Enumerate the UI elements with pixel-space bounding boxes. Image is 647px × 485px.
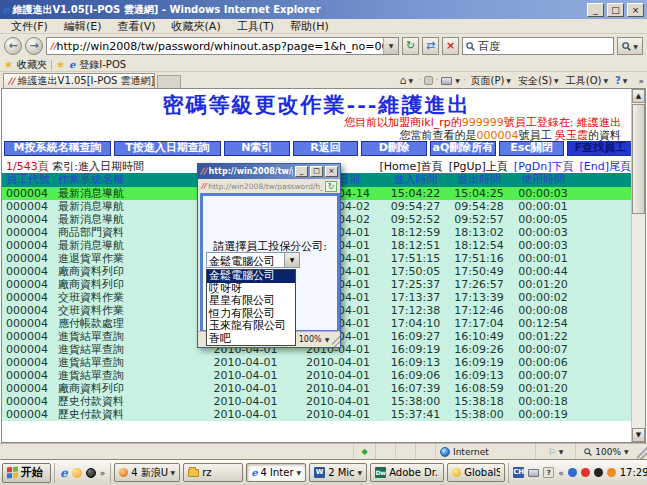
quicklaunch-uc-icon[interactable] xyxy=(72,468,82,478)
taskbar-button[interactable]: DwAdobe Dr... xyxy=(370,463,444,482)
taskbar-button[interactable]: GlobalSC... xyxy=(447,463,505,482)
table-cell: 17:26:57 xyxy=(448,278,510,291)
function-button[interactable]: F查找員工 xyxy=(567,141,633,156)
function-button[interactable]: R返回 xyxy=(293,141,359,156)
help-menu[interactable]: ?▼ xyxy=(613,75,629,86)
feeds-icon[interactable] xyxy=(424,76,433,85)
add-favorite-icon[interactable]: ★ xyxy=(56,60,65,70)
taskbar-button[interactable]: e4 Intern...▼ xyxy=(246,463,306,482)
refresh-button[interactable]: ↻ xyxy=(402,37,419,55)
function-button[interactable]: D刪除 xyxy=(361,141,427,156)
search-box[interactable]: 百度 xyxy=(462,37,614,55)
protected-mode-cell[interactable]: ⚐▼ xyxy=(535,444,575,459)
quicklaunch-ie-icon[interactable]: e xyxy=(60,468,68,478)
minimize-button[interactable]: _ xyxy=(587,3,604,17)
dropdown-option[interactable]: 恒力有限公司 xyxy=(207,308,295,321)
popup-minimize-button[interactable]: _ xyxy=(295,166,308,177)
tray-help-icon[interactable]: ? xyxy=(543,467,554,478)
zoom-control[interactable]: 100%▼ xyxy=(575,444,637,459)
language-indicator[interactable]: CH xyxy=(513,467,524,478)
taskbar-button[interactable]: 4 新浪UC▼ xyxy=(114,463,180,482)
table-row[interactable]: 000004廠商資料列印2010-04-012010-04-0116:07:39… xyxy=(2,382,633,395)
forward-button[interactable]: → xyxy=(25,37,43,55)
popup-maximize-button[interactable]: □ xyxy=(310,166,323,177)
row-filler xyxy=(576,252,633,265)
dropdown-option[interactable]: 金鬆電腦公司 xyxy=(207,270,295,283)
table-row[interactable]: 000004進貨結單查詢2010-04-012010-04-0116:09:13… xyxy=(2,356,633,369)
address-dropdown-icon[interactable]: ▼ xyxy=(383,38,398,54)
close-button[interactable]: × xyxy=(627,3,644,17)
pagination-link[interactable]: [Home]首頁 xyxy=(380,160,443,173)
home-button[interactable]: ⌂▼ xyxy=(398,74,416,87)
popup-close-button[interactable]: × xyxy=(325,166,338,177)
popup-titlebar[interactable]: // http://win2008/tw/password/h_no2.as..… xyxy=(198,164,340,179)
tray-chevron-icon[interactable]: « xyxy=(558,468,564,478)
quicklaunch-qq-icon[interactable] xyxy=(86,468,96,478)
start-button[interactable]: 开始 xyxy=(2,463,51,483)
command-bar: ⌂▼ · · ▼ · 页面(P)▼ 安全(S)▼ 工具(O)▼ ?▼ » xyxy=(398,73,647,88)
menu-item[interactable]: 編輯(E) xyxy=(56,19,110,34)
function-button[interactable]: N索引 xyxy=(224,141,290,156)
print-button[interactable] xyxy=(441,77,452,85)
function-button[interactable]: aQ刪除所有 xyxy=(430,141,496,156)
dropdown-option[interactable]: 星皇有限公司 xyxy=(207,295,295,308)
tray-printer-icon[interactable] xyxy=(528,469,539,477)
function-button[interactable]: M按系統名稱查詢 xyxy=(4,141,111,156)
dropdown-option[interactable]: 玉來龍有限公司 xyxy=(207,320,295,333)
function-button[interactable]: T按進入日期查詢 xyxy=(114,141,221,156)
pagination-link[interactable]: [PgUp]上頁 xyxy=(449,160,508,173)
safety-menu[interactable]: 安全(S)▼ xyxy=(516,74,561,88)
table-cell: 000004 xyxy=(2,278,58,291)
menu-item[interactable]: 帮助(H) xyxy=(282,19,337,34)
menu-item[interactable]: 工具(T) xyxy=(229,19,282,34)
tray-msn-icon[interactable] xyxy=(568,468,577,477)
pagination-link[interactable]: [End]尾頁 xyxy=(580,160,632,173)
scrollbar-thumb[interactable] xyxy=(632,104,645,214)
favorites-button[interactable]: 收藏夾 xyxy=(17,58,47,72)
new-tab-stub[interactable] xyxy=(157,75,181,88)
tray-qq-icon[interactable] xyxy=(594,468,603,477)
window-titlebar: e 維護進出V1.05[I-POS 雲通網] - Windows Interne… xyxy=(0,0,647,19)
tray-qq-red-icon[interactable] xyxy=(581,468,590,477)
window-resize-grip[interactable] xyxy=(637,444,647,459)
pagination-link[interactable]: [PgDn]下頁 xyxy=(514,160,574,173)
dropdown-option[interactable]: 哎呀呀 xyxy=(207,283,295,296)
taskbar-dropdown-icon[interactable]: ▼ xyxy=(171,469,176,476)
select-dropdown-icon[interactable]: ▼ xyxy=(284,253,299,267)
popup-resize-grip[interactable] xyxy=(332,332,340,347)
search-go-button[interactable]: ▼ xyxy=(617,37,643,55)
compatibility-button[interactable]: ⇄ xyxy=(422,37,439,55)
favorite-item-link[interactable]: 登錄I-POS xyxy=(79,58,126,72)
taskbar-dropdown-icon[interactable]: ▼ xyxy=(297,469,302,476)
page-menu[interactable]: 页面(P)▼ xyxy=(468,74,512,88)
table-cell: 17:12:46 xyxy=(448,304,510,317)
print-dropdown-icon[interactable]: ▼ xyxy=(455,77,460,84)
table-row[interactable]: 000004歷史付款資料2010-04-012010-04-0115:38:00… xyxy=(2,395,633,408)
maximize-button[interactable]: □ xyxy=(607,3,624,17)
scroll-down-icon[interactable]: ▼ xyxy=(632,428,645,442)
company-select[interactable]: 金鬆電腦公司 ▼ xyxy=(206,252,300,268)
dropdown-option[interactable]: 香吧 xyxy=(207,333,295,346)
taskbar-button[interactable]: rz xyxy=(183,463,243,482)
taskbar-dropdown-icon[interactable]: ▼ xyxy=(358,469,363,476)
clock[interactable]: 17:29 xyxy=(620,467,647,478)
stop-button[interactable]: × xyxy=(442,37,459,55)
quicklaunch-chevron-icon[interactable]: » xyxy=(100,468,106,478)
tab-active[interactable]: // 維護進出V1.05[I-POS 雲通網] xyxy=(3,73,155,88)
function-button[interactable]: Esc關閉 xyxy=(499,141,565,156)
vertical-scrollbar[interactable]: ▲ ▼ xyxy=(631,89,645,442)
tray-orange-icon[interactable] xyxy=(607,468,616,477)
address-bar[interactable]: // http://win2008/tw/password/whinout.as… xyxy=(46,37,399,55)
tools-menu[interactable]: 工具(O)▼ xyxy=(564,74,610,88)
menu-item[interactable]: 查看(V) xyxy=(109,19,163,34)
menu-item[interactable]: 文件(F) xyxy=(3,19,56,34)
table-row[interactable]: 000004歷史付款資料2010-04-012010-04-0115:37:41… xyxy=(2,408,633,421)
chevron-more-icon[interactable]: » xyxy=(638,76,644,86)
scroll-up-icon[interactable]: ▲ xyxy=(632,89,645,103)
table-row[interactable]: 000004進貨結單查詢2010-04-012010-04-0116:09:06… xyxy=(2,369,633,382)
column-header: 退出時間 xyxy=(448,173,510,187)
menu-item[interactable]: 收藏夾(A) xyxy=(164,19,229,34)
taskbar-button[interactable]: W2 Micros...▼ xyxy=(309,463,367,482)
popup-refresh-icon[interactable]: ↻ xyxy=(325,181,337,192)
back-button[interactable]: ← xyxy=(4,37,22,55)
